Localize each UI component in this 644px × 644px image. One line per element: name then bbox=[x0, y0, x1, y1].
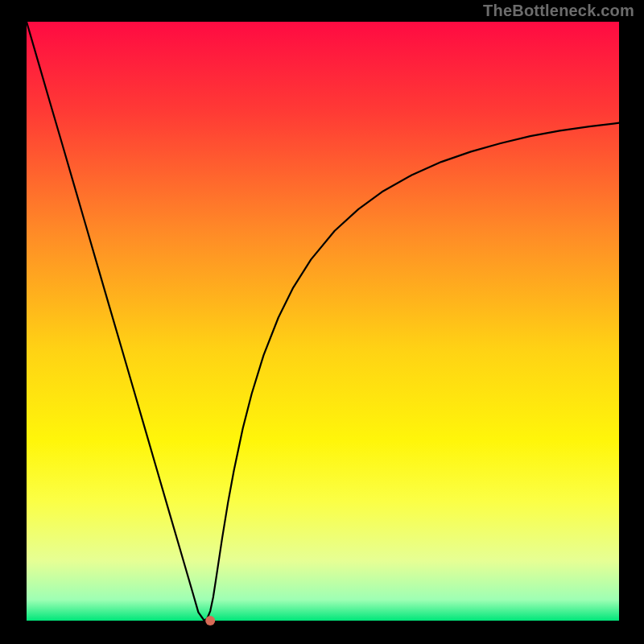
chart-container: TheBottleneck.com bbox=[0, 0, 644, 644]
plot-background bbox=[27, 22, 619, 621]
watermark-text: TheBottleneck.com bbox=[483, 2, 634, 20]
bottleneck-chart bbox=[0, 0, 644, 644]
optimum-marker bbox=[205, 616, 215, 625]
